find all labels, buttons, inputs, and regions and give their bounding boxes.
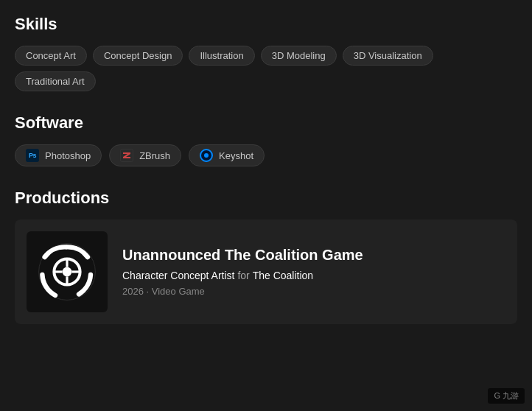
skill-tag: 3D Visualization — [343, 46, 433, 66]
zbrush-icon — [120, 149, 133, 162]
skill-tag: Concept Design — [93, 46, 183, 66]
skills-section: Skills Concept ArtConcept DesignIllustra… — [15, 15, 517, 91]
production-role: Character Concept Artist for The Coaliti… — [122, 270, 505, 281]
productions-list: Unannounced The Coalition Game Character… — [15, 219, 517, 324]
production-title: Unannounced The Coalition Game — [122, 247, 505, 264]
software-title: Software — [15, 113, 517, 133]
role-connector: for — [237, 270, 252, 281]
role-label: Character Concept Artist — [122, 270, 235, 281]
software-items-container: PsPhotoshop ZBrushKeyshot — [15, 144, 517, 166]
page-container: Skills Concept ArtConcept DesignIllustra… — [0, 0, 532, 361]
production-thumbnail — [27, 231, 108, 312]
production-info: Unannounced The Coalition Game Character… — [122, 247, 505, 297]
software-item: ZBrush — [109, 144, 181, 166]
productions-section: Productions — [15, 189, 517, 324]
software-label: ZBrush — [139, 150, 170, 161]
productions-title: Productions — [15, 189, 517, 208]
svg-point-3 — [63, 267, 72, 277]
software-item: Keyshot — [189, 144, 265, 166]
ps-icon: Ps — [26, 149, 39, 162]
company-name: The Coalition — [253, 270, 314, 281]
software-item: PsPhotoshop — [15, 144, 102, 166]
software-label: Photoshop — [45, 150, 91, 161]
production-card[interactable]: Unannounced The Coalition Game Character… — [15, 219, 517, 324]
watermark: G 九游 — [488, 388, 525, 404]
skill-tag: Illustration — [189, 46, 254, 66]
skill-tag: Traditional Art — [15, 71, 96, 91]
skill-tag: Concept Art — [15, 46, 87, 66]
software-label: Keyshot — [219, 150, 253, 161]
software-section: Software PsPhotoshop ZBrushKeyshot — [15, 113, 517, 166]
production-meta: 2026 · Video Game — [122, 286, 505, 297]
skills-title: Skills — [15, 15, 517, 34]
skill-tag: 3D Modeling — [261, 46, 337, 66]
coalition-logo — [38, 242, 97, 301]
skills-tags-container: Concept ArtConcept DesignIllustration3D … — [15, 46, 517, 91]
keyshot-icon — [200, 149, 213, 162]
